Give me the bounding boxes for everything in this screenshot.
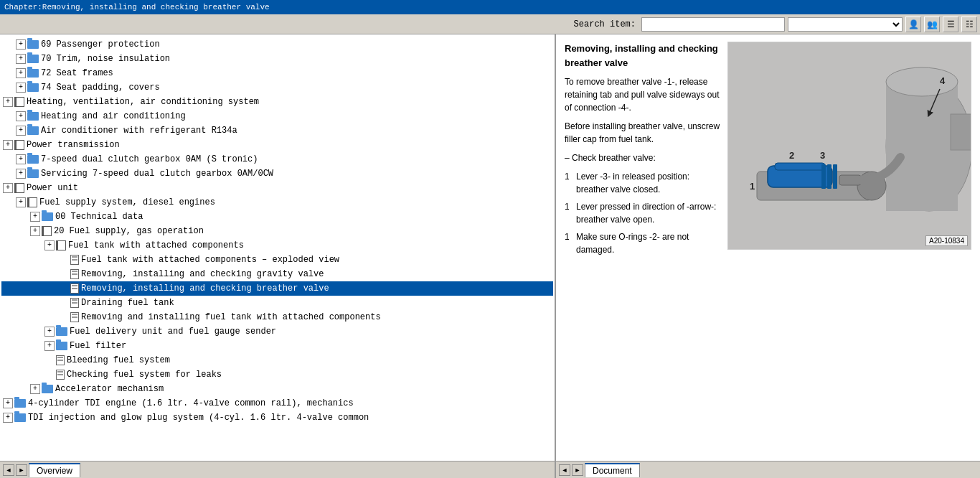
tree-item[interactable]: +Power transmission [1, 138, 553, 152]
doc-title: Removing, installing and checking breath… [565, 42, 720, 70]
tree-item[interactable]: +TDI injection and glow plug system (4-c… [1, 411, 553, 425]
tree-item-label: Accelerator mechanism [55, 383, 164, 395]
doc-icon [70, 283, 79, 294]
doc-paragraph: To remove breather valve -1-, release re… [565, 75, 720, 114]
toolbar: Search item: 👤 👥 ☰ ☷ [0, 14, 980, 34]
list-icon-btn[interactable]: ☰ [943, 17, 958, 32]
scroll-left-btn[interactable]: ◄ [3, 464, 14, 476]
tree-item[interactable]: +4-cylinder TDI engine (1.6 ltr. 4-valve… [1, 396, 553, 411]
expand-icon[interactable]: + [16, 83, 26, 93]
doc-icon [56, 370, 65, 380]
tree-item-label: Servicing 7-speed dual clutch gearbox 0A… [41, 167, 273, 180]
expand-icon[interactable]: + [3, 413, 13, 423]
tree-item[interactable]: Removing, installing and checking gravit… [1, 267, 553, 281]
expand-icon[interactable]: + [30, 226, 40, 236]
tree-item-label: Bleeding fuel system [67, 354, 170, 367]
tree-item[interactable]: +Fuel delivery unit and fuel gauge sende… [1, 324, 553, 339]
tree-container[interactable]: +69 Passenger protection+70 Trim, noise … [0, 34, 555, 461]
tree-item[interactable]: Draining fuel tank [1, 296, 553, 310]
expand-icon[interactable]: + [3, 398, 13, 408]
svg-rect-10 [827, 164, 831, 189]
search-dropdown[interactable] [788, 17, 903, 32]
tree-item[interactable]: +69 Passenger protection [1, 37, 553, 52]
expand-icon[interactable]: + [30, 384, 40, 394]
expand-icon[interactable]: + [16, 154, 26, 164]
search-input[interactable] [641, 17, 785, 32]
tree-item[interactable]: +00 Technical data [1, 210, 553, 224]
expand-icon[interactable]: + [30, 212, 40, 222]
tree-item-label: Removing, installing and checking breath… [81, 282, 329, 295]
tree-item[interactable]: +Servicing 7-speed dual clutch gearbox 0… [1, 167, 553, 181]
tree-item[interactable]: Bleeding fuel system [1, 353, 553, 367]
tree-item[interactable]: Removing, installing and checking breath… [1, 281, 553, 296]
expand-icon[interactable]: + [3, 183, 13, 193]
expand-icon[interactable]: + [16, 169, 26, 179]
tree-item-label: Power unit [27, 182, 78, 195]
tree-item[interactable]: +70 Trim, noise insulation [1, 52, 553, 66]
bottom-left: ◄ ► Overview [0, 461, 556, 478]
folder-icon [14, 413, 26, 422]
tree-item-label: Fuel filter [70, 339, 126, 352]
right-panel: Removing, installing and checking breath… [556, 34, 980, 461]
folder-icon [56, 342, 67, 350]
expand-icon[interactable]: + [16, 39, 26, 50]
tree-item[interactable]: +20 Fuel supply, gas operation [1, 224, 553, 238]
expand-icon[interactable]: + [3, 97, 13, 107]
svg-text:3: 3 [820, 150, 825, 161]
para-num: 1 [565, 200, 573, 226]
folder-icon [14, 399, 26, 408]
tree-item[interactable]: +Heating and air conditioning [1, 109, 553, 123]
expand-icon[interactable]: + [44, 327, 55, 337]
book-icon [42, 226, 52, 236]
folder-icon [27, 55, 39, 63]
folder-icon [42, 385, 53, 393]
tree-item-label: 70 Trim, noise insulation [41, 52, 170, 65]
user-icon-btn[interactable]: 👤 [905, 17, 921, 32]
tree-item-label: 4-cylinder TDI engine (1.6 ltr. 4-valve … [28, 397, 354, 410]
menu-icon-btn[interactable]: ☷ [961, 17, 977, 32]
tree-item-label: 20 Fuel supply, gas operation [54, 225, 204, 238]
tree-item[interactable]: +Fuel supply system, diesel engines [1, 195, 553, 210]
tree-item[interactable]: Fuel tank with attached components – exp… [1, 253, 553, 267]
expand-icon[interactable]: + [3, 140, 13, 150]
doc-scroll-left-btn[interactable]: ◄ [559, 464, 570, 476]
overview-tab[interactable]: Overview [29, 463, 80, 477]
tree-item-label: Air conditioner with refrigerant R134a [41, 124, 237, 137]
doc-paragraphs: To remove breather valve -1-, release re… [565, 75, 720, 256]
tree-item-label: Fuel supply system, diesel engines [39, 196, 215, 209]
expand-icon[interactable]: + [16, 197, 26, 207]
folder-icon [27, 40, 39, 49]
tree-item[interactable]: Checking fuel system for leaks [1, 367, 553, 382]
tree-item-label: Heating, ventilation, air conditioning s… [27, 95, 259, 108]
expand-icon[interactable]: + [44, 341, 55, 351]
folder-icon [56, 327, 67, 336]
tree-item[interactable]: +Heating, ventilation, air conditioning … [1, 95, 553, 109]
scroll-right-btn[interactable]: ► [16, 464, 27, 476]
tree-item[interactable]: +Fuel tank with attached components [1, 238, 553, 253]
tree-item[interactable]: +Air conditioner with refrigerant R134a [1, 123, 553, 138]
tree-item-label: Fuel tank with attached components [68, 239, 244, 252]
expand-icon[interactable]: + [16, 68, 26, 78]
doc-scroll-right-btn[interactable]: ► [572, 464, 583, 476]
expand-icon[interactable]: + [16, 126, 26, 136]
tree-item-label: Draining fuel tank [81, 296, 174, 309]
tree-item[interactable]: +Accelerator mechanism [1, 382, 553, 396]
document-tab[interactable]: Document [585, 463, 640, 477]
expand-icon[interactable]: + [16, 54, 26, 64]
book-icon [27, 197, 37, 207]
tree-item[interactable]: +Fuel filter [1, 339, 553, 353]
tree-item[interactable]: +Power unit [1, 181, 553, 195]
expand-icon[interactable]: + [44, 240, 55, 250]
expand-icon[interactable]: + [16, 111, 26, 121]
tree-item[interactable]: +7-speed dual clutch gearbox 0AM (S tron… [1, 152, 553, 167]
tree-item[interactable]: +72 Seat frames [1, 66, 553, 80]
bottom-right: ◄ ► Document [556, 461, 980, 478]
user2-icon-btn[interactable]: 👥 [924, 17, 940, 32]
tree-item-label: Power transmission [27, 139, 120, 151]
valve-diagram: 1 2 3 4 [728, 42, 971, 250]
svg-rect-11 [833, 164, 837, 189]
doc-numbered-item: 1Make sure O-rings -2- are not damaged. [565, 230, 720, 256]
folder-icon [42, 212, 53, 221]
tree-item[interactable]: Removing and installing fuel tank with a… [1, 310, 553, 324]
tree-item[interactable]: +74 Seat padding, covers [1, 80, 553, 95]
